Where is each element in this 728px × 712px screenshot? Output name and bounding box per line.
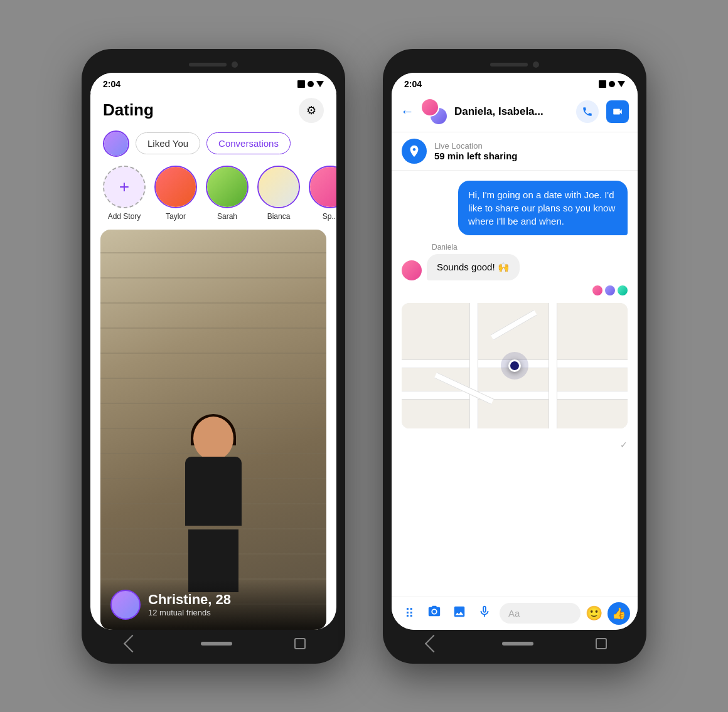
road-h2 — [402, 391, 628, 400]
live-location-title: Live Location — [434, 141, 628, 151]
video-call-button[interactable] — [606, 100, 629, 123]
sp-label: Sp... — [323, 212, 336, 221]
location-text: Live Location 59 min left sharing — [434, 141, 628, 161]
nav-home-button[interactable] — [201, 642, 232, 646]
status-time-left: 2:04 — [103, 79, 120, 89]
story-add[interactable]: + Add Story — [103, 166, 146, 221]
battery-icon-right — [599, 80, 606, 88]
live-location-banner[interactable]: Live Location 59 min left sharing — [392, 132, 638, 171]
received-message: Sounds good! 🙌 — [427, 254, 520, 280]
nav-home-button-right[interactable] — [502, 642, 533, 646]
chat-area: Hi, I'm going on a date with Joe. I'd li… — [392, 171, 638, 597]
location-dot — [508, 359, 521, 372]
receipt-avatar-1 — [592, 285, 602, 295]
nav-back-button-right[interactable] — [425, 634, 442, 652]
liked-you-avatar[interactable] — [103, 130, 129, 157]
map-background — [402, 303, 628, 428]
person-body — [185, 457, 242, 526]
story-sarah[interactable]: Sarah — [206, 166, 249, 221]
dating-content: Dating ⚙ Liked You Conversations + — [90, 93, 336, 630]
sent-message: Hi, I'm going on a date with Joe. I'd li… — [458, 181, 628, 235]
mic-icon[interactable] — [474, 605, 495, 622]
messenger-header: ← Daniela, Isabela... — [392, 93, 638, 132]
right-phone-nav — [392, 630, 638, 655]
read-receipts — [402, 285, 628, 295]
status-icons-left — [297, 80, 324, 88]
road-diag1 — [491, 309, 537, 340]
add-story-label: Add Story — [108, 212, 141, 221]
call-button[interactable] — [576, 100, 599, 123]
receipt-avatar-2 — [605, 285, 615, 295]
photo-icon[interactable] — [449, 605, 469, 622]
sarah-label: Sarah — [217, 212, 237, 221]
status-bar-left: 2:04 — [90, 73, 336, 93]
tab-liked-you[interactable]: Liked You — [136, 132, 200, 154]
nav-recents-button-right[interactable] — [596, 638, 607, 649]
profile-card[interactable]: Christine, 28 12 mutual friends — [100, 230, 326, 630]
dating-header: Dating ⚙ — [90, 93, 336, 130]
status-time-right: 2:04 — [404, 79, 422, 89]
sp-circle[interactable] — [309, 166, 336, 208]
bianca-label: Bianca — [267, 212, 291, 221]
battery-icon — [297, 80, 305, 88]
person-head — [193, 417, 233, 460]
emoji-button[interactable]: 🙂 — [586, 605, 602, 622]
right-phone: 2:04 ← Daniela, Isabela... — [383, 49, 646, 664]
message-sender-label: Daniela — [432, 243, 628, 252]
wifi-icon — [316, 81, 324, 87]
nav-recents-button[interactable] — [294, 638, 306, 649]
received-message-row: Sounds good! 🙌 — [402, 254, 628, 280]
bianca-circle[interactable] — [257, 166, 300, 208]
sarah-avatar — [207, 167, 247, 207]
header-avatar-daniela — [420, 98, 439, 117]
sp-avatar — [310, 167, 336, 207]
story-taylor[interactable]: Taylor — [154, 166, 197, 221]
status-icons-right — [599, 80, 625, 88]
received-message-group: Daniela Sounds good! 🙌 — [402, 243, 628, 280]
signal-icon-right — [609, 81, 615, 87]
stories-row: + Add Story Taylor Sarah — [90, 166, 336, 230]
dating-tabs: Liked You Conversations — [90, 130, 336, 166]
story-sp[interactable]: Sp... — [309, 166, 336, 221]
story-bianca[interactable]: Bianca — [257, 166, 300, 221]
conversation-name[interactable]: Daniela, Isabela... — [454, 105, 570, 118]
back-button[interactable]: ← — [400, 104, 414, 120]
live-location-subtitle: 59 min left sharing — [434, 151, 628, 161]
daniela-avatar — [402, 260, 422, 280]
taylor-label: Taylor — [166, 212, 186, 221]
left-phone: 2:04 Dating ⚙ Liked You Conversations — [82, 49, 345, 664]
road-diag2 — [434, 372, 494, 404]
right-phone-screen: 2:04 ← Daniela, Isabela... — [392, 73, 638, 630]
thumbs-up-button[interactable]: 👍 — [608, 602, 630, 625]
tab-conversations[interactable]: Conversations — [206, 132, 291, 154]
camera-dot-right — [533, 61, 539, 68]
road-v1 — [469, 303, 478, 428]
taylor-avatar — [156, 167, 196, 207]
camera-icon[interactable] — [424, 605, 444, 622]
status-bar-right: 2:04 — [392, 73, 638, 93]
profile-name: Christine, 28 — [148, 592, 316, 608]
wifi-icon-right — [618, 81, 625, 87]
message-input[interactable]: Aa — [500, 603, 581, 624]
map-container[interactable] — [402, 303, 628, 428]
camera-dot — [232, 61, 238, 68]
profile-info: Christine, 28 12 mutual friends — [100, 580, 326, 630]
plus-icon: + — [119, 177, 129, 197]
profile-text: Christine, 28 12 mutual friends — [148, 592, 316, 617]
add-story-circle[interactable]: + — [103, 166, 146, 208]
left-phone-screen: 2:04 Dating ⚙ Liked You Conversations — [90, 73, 336, 630]
apps-icon[interactable]: ⠿ — [399, 606, 419, 621]
profile-mini-avatar — [110, 590, 141, 620]
left-phone-nav — [90, 630, 336, 655]
header-actions — [576, 100, 629, 123]
nav-back-button[interactable] — [124, 634, 141, 652]
settings-button[interactable]: ⚙ — [299, 98, 324, 123]
signal-icon — [308, 81, 314, 87]
taylor-circle[interactable] — [154, 166, 197, 208]
speaker-grille — [189, 63, 227, 66]
profile-mutual: 12 mutual friends — [148, 608, 316, 617]
sarah-circle[interactable] — [206, 166, 249, 208]
right-phone-top-bar — [392, 58, 638, 73]
person-illustration — [100, 230, 326, 630]
speaker-grille-right — [490, 63, 528, 66]
